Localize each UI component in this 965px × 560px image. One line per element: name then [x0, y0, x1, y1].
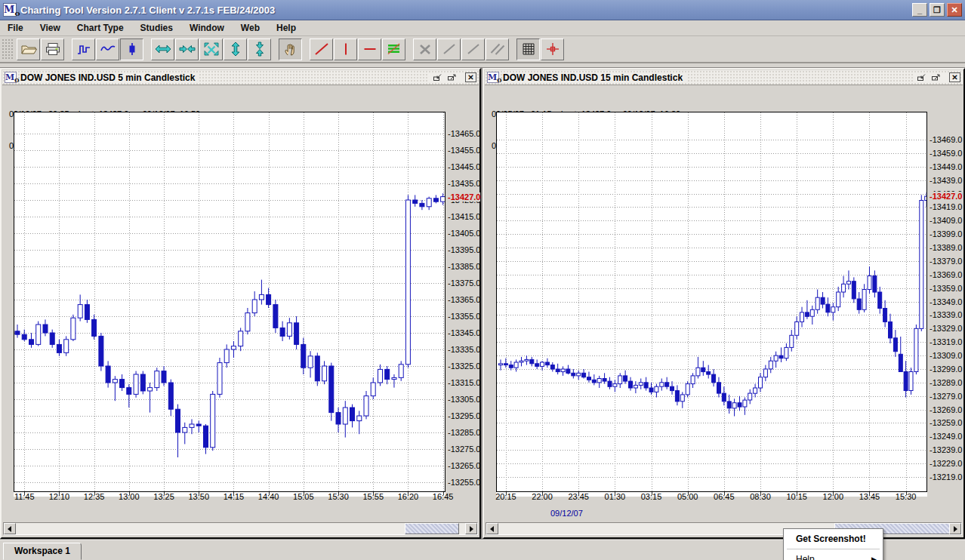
chart-logo-icon: MO	[487, 72, 499, 83]
y-axis-label: -13259.0	[930, 418, 962, 427]
candle	[639, 379, 643, 389]
diagonal-line-button[interactable]	[437, 38, 461, 60]
menubar: FileViewChart TypeStudiesWindowWebHelp	[0, 20, 965, 36]
candle	[357, 411, 362, 434]
candle	[280, 322, 285, 341]
x-axis-label: 16:20	[391, 492, 424, 501]
h-scrollbar[interactable]	[486, 522, 962, 535]
scroll-right-arrow[interactable]	[949, 523, 961, 534]
h-scrollbar-thumb[interactable]	[405, 523, 459, 534]
candle	[545, 358, 549, 368]
candlestick-chart-button[interactable]	[120, 38, 143, 60]
candlestick-plot[interactable]	[14, 112, 446, 497]
compress-vertical-button[interactable]	[248, 38, 271, 60]
horizontal-line-button[interactable]	[358, 38, 381, 60]
candle	[315, 352, 319, 386]
scroll-left-arrow[interactable]	[4, 523, 16, 534]
minimize-button[interactable]: _	[912, 3, 927, 17]
scroll-right-arrow[interactable]	[465, 523, 477, 534]
print-button[interactable]	[41, 38, 64, 60]
workspace-tab[interactable]: Workspace 1	[3, 543, 82, 560]
restore-down-icon[interactable]	[916, 72, 927, 82]
close-chart-icon[interactable]: ✕	[465, 72, 476, 82]
candle	[245, 308, 250, 334]
parallel-lines-button[interactable]	[486, 38, 509, 60]
maximize-button[interactable]: ❐	[930, 3, 945, 17]
retracement-lines-button[interactable]	[382, 38, 405, 60]
compress-horizontal-button[interactable]	[175, 38, 199, 60]
scroll-left-arrow[interactable]	[486, 523, 498, 534]
trend-line-button[interactable]	[310, 38, 333, 60]
candle	[392, 374, 396, 388]
maximize-icon[interactable]	[446, 72, 458, 82]
toolbar-gripper[interactable]	[2, 38, 14, 60]
delete-drawing-button[interactable]	[413, 38, 436, 60]
context-menu-item-get-screenshot[interactable]: Get Screenshot!	[784, 531, 883, 546]
y-axis-label: -13279.0	[930, 392, 962, 401]
menu-item-window[interactable]: Window	[188, 22, 226, 34]
chart-window-titlebar[interactable]: MO DOW JONES IND.USD 5 min Candlestick ✕	[2, 70, 479, 85]
close-chart-icon[interactable]: ✕	[949, 72, 960, 82]
menu-item-view[interactable]: View	[39, 22, 62, 34]
vertical-line-button[interactable]	[334, 38, 357, 60]
line-chart-button[interactable]	[96, 38, 119, 60]
y-axis-label: -13385.0	[448, 262, 480, 271]
plot-area[interactable]	[14, 112, 446, 497]
expand-horizontal-button[interactable]	[151, 38, 174, 60]
h-scrollbar[interactable]	[3, 522, 478, 535]
x-axis-label: 05:00	[671, 492, 704, 501]
open-button[interactable]	[17, 38, 40, 60]
toolbar-separator	[303, 38, 310, 60]
candle	[893, 330, 897, 357]
x-axis-label: 12:00	[816, 492, 849, 501]
app-logo-icon: MO	[3, 3, 17, 17]
y-axis-label: -13369.0	[930, 270, 962, 279]
candle	[763, 365, 767, 382]
y-axis-label: -13285.0	[448, 428, 480, 437]
candle	[36, 322, 41, 346]
y-axis-label: -13469.0	[930, 135, 962, 144]
candle	[148, 383, 153, 413]
candle	[649, 383, 653, 395]
candle	[525, 355, 529, 365]
candle	[754, 384, 757, 398]
menu-item-chart-type[interactable]: Chart Type	[76, 22, 125, 34]
crosshair-button[interactable]	[541, 38, 564, 60]
candle	[535, 359, 539, 369]
titlebar[interactable]: MO Charting Tool Version 2.7.1 Client v …	[0, 0, 965, 20]
chart-window-titlebar[interactable]: MO DOW JONES IND.USD 15 min Candlestick …	[485, 70, 963, 85]
menu-item-file[interactable]: File	[6, 22, 25, 34]
candle	[99, 333, 103, 371]
expand-all-button[interactable]	[199, 38, 223, 60]
candle	[519, 357, 523, 367]
last-price-label: -13427.0	[448, 192, 480, 202]
menu-item-studies[interactable]: Studies	[139, 22, 174, 34]
step-chart-button[interactable]	[72, 38, 95, 60]
menu-item-help[interactable]: Help	[275, 22, 298, 34]
close-button[interactable]: ✕	[947, 3, 962, 17]
x-axis-label: 14:15	[217, 492, 250, 501]
candle	[22, 330, 26, 341]
menu-item-web[interactable]: Web	[239, 22, 261, 34]
expand-vertical-button[interactable]	[224, 38, 247, 60]
candle	[655, 384, 658, 398]
pan-hand-button[interactable]	[279, 38, 302, 60]
y-axis-label: -13289.0	[930, 378, 962, 387]
candle	[732, 398, 736, 416]
candle	[64, 336, 69, 355]
plot-area[interactable]	[496, 112, 927, 497]
context-menu-item-help[interactable]: Help ▶	[784, 552, 883, 560]
chart-window-title: DOW JONES IND.USD 15 min Candlestick	[503, 72, 687, 83]
restore-down-icon[interactable]	[432, 72, 443, 82]
diagonal-line-2-button[interactable]	[461, 38, 485, 60]
candle	[587, 372, 591, 383]
candle	[748, 389, 752, 405]
grid-toggle-button[interactable]	[516, 38, 540, 60]
y-axis-label: -13345.0	[448, 328, 480, 337]
y-axis-label: -13419.0	[930, 202, 962, 211]
candle	[43, 319, 48, 336]
maximize-icon[interactable]	[930, 72, 942, 82]
candlestick-plot[interactable]	[496, 112, 927, 497]
y-axis-label: -13405.0	[448, 229, 480, 238]
candle	[378, 365, 383, 386]
